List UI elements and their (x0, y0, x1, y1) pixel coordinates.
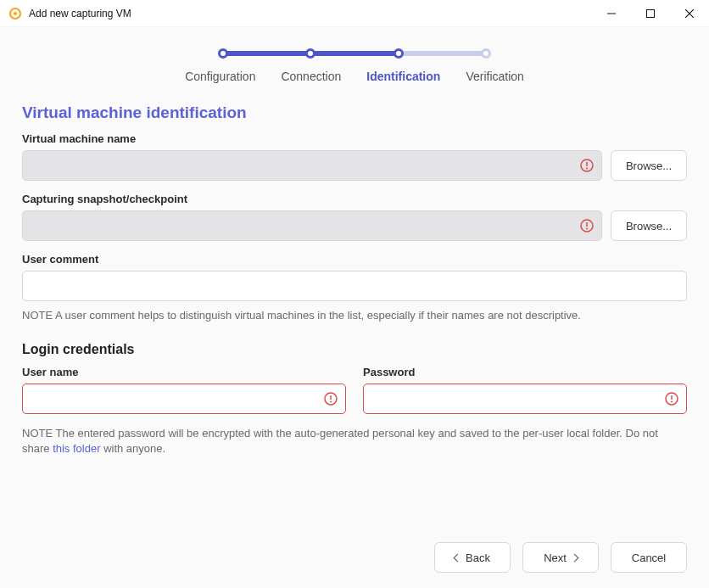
comment-label: User comment (22, 253, 687, 266)
svg-point-1 (14, 12, 17, 15)
username-input[interactable] (22, 384, 346, 414)
svg-rect-3 (647, 10, 655, 18)
section-heading-vm: Virtual machine identification (22, 104, 687, 122)
cancel-button[interactable]: Cancel (611, 542, 687, 573)
step-label-configuration: Configuration (185, 70, 255, 83)
vm-name-label: Virtual machine name (22, 132, 687, 145)
next-button[interactable]: Next (522, 542, 599, 573)
vm-name-input[interactable] (22, 150, 602, 181)
comment-note: NOTE A user comment helps to distinguish… (22, 308, 687, 323)
section-heading-login: Login credentials (22, 342, 687, 357)
vm-name-browse-button[interactable]: Browse... (611, 150, 687, 181)
password-label: Password (363, 366, 687, 378)
window-title: Add new capturing VM (29, 8, 592, 20)
chevron-right-icon (570, 553, 578, 562)
app-icon (8, 7, 22, 20)
close-button[interactable] (670, 0, 709, 27)
password-note: NOTE The entered password will be encryp… (22, 426, 687, 456)
chevron-left-icon (454, 553, 462, 562)
snapshot-input[interactable] (22, 210, 602, 241)
minimize-button[interactable] (592, 0, 631, 27)
step-label-connection: Connection (281, 70, 341, 83)
username-label: User name (22, 366, 346, 378)
step-label-identification: Identification (366, 70, 440, 83)
window-controls (592, 0, 709, 26)
password-input[interactable] (363, 384, 687, 414)
back-button[interactable]: Back (434, 542, 511, 573)
stepper: Configuration Connection Identification … (0, 27, 709, 92)
this-folder-link[interactable]: this folder (53, 442, 100, 455)
step-dot-verification (481, 48, 491, 59)
footer: Back Next Cancel (0, 529, 709, 588)
snapshot-label: Capturing snapshot/checkpoint (22, 193, 687, 205)
titlebar: Add new capturing VM (0, 0, 709, 27)
snapshot-browse-button[interactable]: Browse... (611, 210, 687, 241)
step-dot-configuration (218, 48, 228, 59)
maximize-button[interactable] (631, 0, 670, 27)
comment-input[interactable] (22, 271, 687, 301)
step-dot-connection (305, 48, 315, 59)
step-label-verification: Verification (466, 70, 523, 83)
step-dot-identification (394, 48, 404, 59)
